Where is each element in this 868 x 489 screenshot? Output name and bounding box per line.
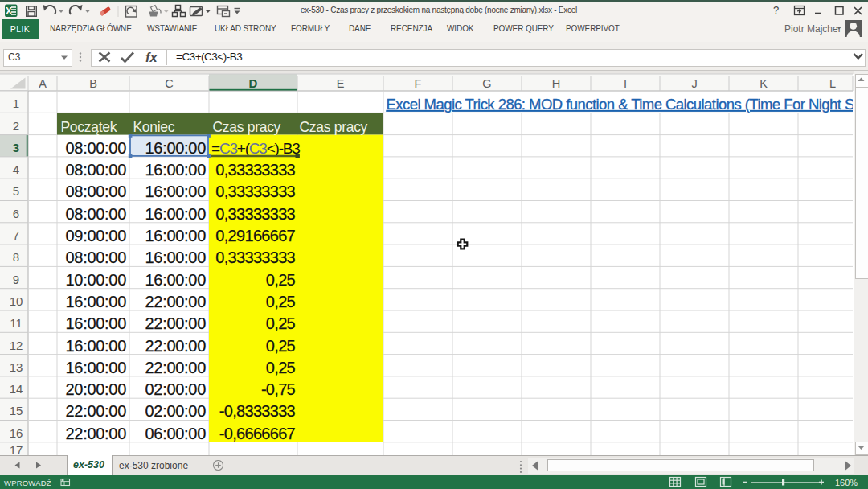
svg-text:22:00:00: 22:00:00 (145, 314, 207, 332)
svg-text:7: 7 (13, 228, 19, 242)
svg-text:G: G (482, 77, 491, 90)
svg-text:02:00:00: 02:00:00 (145, 402, 207, 420)
svg-text:16:00:00: 16:00:00 (66, 337, 127, 355)
svg-text:11: 11 (10, 316, 23, 330)
svg-text:F: F (415, 77, 422, 90)
svg-text:22:00:00: 22:00:00 (145, 359, 207, 376)
svg-text:3: 3 (13, 141, 19, 154)
svg-text:H: H (552, 77, 560, 90)
svg-text:16:00:00: 16:00:00 (145, 271, 207, 289)
svg-text:I: I (624, 77, 627, 90)
svg-text:8: 8 (13, 250, 19, 264)
svg-text:0,25: 0,25 (266, 293, 296, 310)
svg-text:E: E (337, 77, 345, 90)
svg-text:Excel Magic Trick 286: MOD fun: Excel Magic Trick 286: MOD function & Ti… (387, 96, 868, 113)
svg-text:16:00:00: 16:00:00 (145, 161, 207, 179)
svg-text:0,25: 0,25 (266, 337, 296, 355)
svg-text:Początek: Początek (61, 119, 117, 135)
svg-text:13: 13 (10, 360, 23, 374)
svg-text:J: J (691, 77, 697, 90)
svg-text:08:00:00: 08:00:00 (66, 205, 127, 223)
svg-text:17: 17 (10, 443, 23, 457)
svg-text:20:00:00: 20:00:00 (66, 380, 127, 398)
svg-text:0,33333333: 0,33333333 (215, 161, 295, 179)
svg-text:0,33333333: 0,33333333 (215, 249, 295, 266)
svg-text:0,33333333: 0,33333333 (215, 205, 295, 223)
svg-text:16:00:00: 16:00:00 (145, 249, 207, 266)
svg-text:16:00:00: 16:00:00 (145, 205, 207, 223)
svg-text:-0,75: -0,75 (261, 380, 296, 398)
svg-text:08:00:00: 08:00:00 (66, 139, 127, 157)
svg-text:B: B (89, 77, 97, 90)
svg-text:Czas pracy: Czas pracy (213, 119, 281, 135)
svg-text:4: 4 (13, 162, 19, 176)
svg-text:16: 16 (10, 426, 23, 440)
svg-text:0,25: 0,25 (266, 314, 296, 332)
svg-text:0,33333333: 0,33333333 (215, 183, 295, 200)
svg-text:5: 5 (13, 184, 19, 198)
svg-text:08:00:00: 08:00:00 (66, 249, 127, 266)
svg-text:Koniec: Koniec (133, 119, 175, 135)
svg-text:2: 2 (13, 119, 19, 133)
svg-text:16:00:00: 16:00:00 (66, 359, 127, 376)
svg-text:1: 1 (13, 97, 19, 110)
svg-text:10:00:00: 10:00:00 (66, 271, 127, 289)
svg-text:22:00:00: 22:00:00 (145, 337, 207, 355)
svg-text:22:00:00: 22:00:00 (66, 425, 127, 442)
svg-text:08:00:00: 08:00:00 (66, 161, 127, 179)
svg-text:16:00:00: 16:00:00 (145, 227, 207, 244)
svg-text:14: 14 (10, 382, 23, 396)
svg-text:12: 12 (10, 339, 23, 352)
svg-text:-0,8333333: -0,8333333 (219, 402, 296, 420)
svg-text:D: D (249, 76, 258, 90)
svg-text:Czas pracy: Czas pracy (300, 119, 368, 135)
svg-text:6: 6 (13, 207, 19, 220)
svg-text:16:00:00: 16:00:00 (145, 183, 207, 200)
svg-text:16:00:00: 16:00:00 (145, 139, 207, 157)
svg-text:09:00:00: 09:00:00 (66, 227, 127, 244)
svg-text:22:00:00: 22:00:00 (66, 402, 127, 420)
svg-text:=C3+(C3<)-B3: =C3+(C3<)-B3 (211, 140, 300, 157)
svg-text:9: 9 (13, 273, 19, 286)
svg-text:02:00:00: 02:00:00 (145, 380, 207, 398)
svg-text:0,25: 0,25 (266, 271, 296, 289)
svg-text:08:00:00: 08:00:00 (66, 183, 127, 200)
svg-text:16:00:00: 16:00:00 (66, 314, 127, 332)
svg-text:16:00:00: 16:00:00 (66, 293, 127, 310)
svg-text:22:00:00: 22:00:00 (145, 293, 207, 310)
svg-text:A: A (39, 77, 47, 90)
svg-text:L: L (829, 77, 836, 90)
svg-text:0,29166667: 0,29166667 (215, 227, 295, 244)
svg-text:-0,6666667: -0,6666667 (219, 425, 296, 442)
svg-text:K: K (760, 77, 768, 90)
svg-text:C: C (165, 77, 173, 90)
svg-text:15: 15 (10, 404, 23, 417)
svg-text:06:00:00: 06:00:00 (145, 425, 207, 442)
svg-text:10: 10 (10, 294, 23, 308)
svg-text:0,25: 0,25 (266, 359, 296, 376)
